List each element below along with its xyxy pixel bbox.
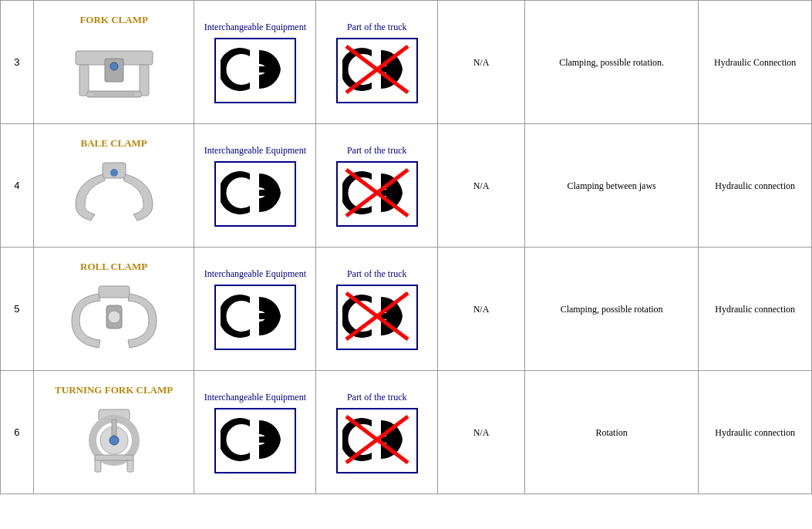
fork-clamp-image bbox=[68, 35, 160, 105]
ce-label-cell-4-2: Part of the truck bbox=[316, 124, 438, 248]
equipment-cell-roll-clamp: ROLL CLAMP bbox=[33, 248, 194, 371]
table-row-fork-clamp: 3 FORK CLAMP Interchangeable Equipment bbox=[1, 1, 812, 124]
table-row-bale-clamp: 4 BALE CLAMP Interchangeable Equipment bbox=[1, 124, 812, 248]
ce-label-cell-6-1: Interchangeable Equipment bbox=[194, 371, 316, 494]
svg-point-32 bbox=[110, 436, 119, 445]
equipment-cell-bale-clamp: BALE CLAMP bbox=[33, 124, 194, 248]
na-cell-4: N/A bbox=[438, 124, 525, 248]
roll-clamp-image bbox=[68, 282, 160, 352]
row-number-3: 3 bbox=[1, 1, 34, 124]
ce-text-3-1: Interchangeable Equipment bbox=[197, 22, 312, 33]
na-cell-5: N/A bbox=[438, 248, 525, 371]
ce-label-cell-5-1: Interchangeable Equipment bbox=[194, 248, 316, 371]
ce-text-4-1: Interchangeable Equipment bbox=[197, 145, 312, 157]
ce-text-6-2: Part of the truck bbox=[319, 392, 434, 403]
svg-rect-14 bbox=[259, 190, 275, 196]
description-cell-3: Clamping, possible rotation. bbox=[524, 1, 699, 124]
ce-label-cell-5-2: Part of the truck bbox=[316, 248, 438, 371]
description-cell-6: Rotation bbox=[524, 371, 699, 494]
equipment-name-bale-clamp: BALE CLAMP bbox=[37, 137, 191, 150]
na-cell-3: N/A bbox=[438, 1, 525, 124]
ce-label-cell-3-2: Part of the truck bbox=[316, 1, 438, 124]
connection-cell-3: Hydraulic Connection bbox=[699, 1, 812, 124]
equipment-name-roll-clamp: ROLL CLAMP bbox=[37, 261, 191, 273]
ce-text-5-1: Interchangeable Equipment bbox=[197, 268, 312, 280]
svg-point-20 bbox=[108, 311, 120, 323]
table-row-roll-clamp: 5 ROLL CLAMP Interchangeable Equipment bbox=[1, 248, 812, 371]
connection-cell-6: Hydraulic connection bbox=[699, 371, 812, 494]
svg-rect-21 bbox=[259, 313, 275, 319]
svg-point-13 bbox=[110, 169, 118, 177]
ce-label-cell-6-2: Part of the truck bbox=[316, 371, 438, 494]
svg-rect-33 bbox=[259, 436, 275, 443]
svg-rect-34 bbox=[381, 436, 396, 443]
svg-rect-9 bbox=[381, 66, 396, 72]
svg-rect-8 bbox=[259, 66, 275, 72]
ce-crossed-5-2 bbox=[336, 285, 418, 350]
equipment-name-fork-clamp: FORK CLAMP bbox=[37, 14, 191, 26]
equipment-cell-fork-clamp: FORK CLAMP bbox=[33, 1, 194, 124]
svg-rect-31 bbox=[95, 455, 133, 460]
svg-rect-3 bbox=[87, 91, 141, 97]
ce-text-3-2: Part of the truck bbox=[319, 22, 434, 33]
svg-rect-28 bbox=[112, 419, 116, 435]
equipment-cell-turning-fork-clamp: TURNING FORK CLAMP bbox=[33, 371, 194, 494]
svg-rect-22 bbox=[381, 313, 396, 319]
row-number-6: 6 bbox=[1, 371, 34, 494]
ce-text-5-2: Part of the truck bbox=[319, 268, 434, 280]
svg-rect-7 bbox=[135, 93, 141, 96]
svg-rect-2 bbox=[140, 65, 149, 96]
svg-point-5 bbox=[110, 62, 118, 70]
row-number-5: 5 bbox=[1, 248, 34, 371]
ce-mark-3-1 bbox=[214, 38, 296, 103]
ce-crossed-6-2 bbox=[336, 408, 418, 473]
row-number-4: 4 bbox=[1, 124, 34, 248]
svg-rect-1 bbox=[79, 65, 89, 96]
ce-label-cell-3-1: Interchangeable Equipment bbox=[194, 1, 316, 124]
na-cell-6: N/A bbox=[438, 371, 525, 494]
bale-clamp-image bbox=[68, 159, 160, 228]
connection-cell-5: Hydraulic connection bbox=[699, 248, 812, 371]
ce-text-4-2: Part of the truck bbox=[319, 145, 434, 157]
equipment-name-turning-fork-clamp: TURNING FORK CLAMP bbox=[37, 384, 191, 396]
table-row-turning-fork-clamp: 6 TURNING FORK CLAMP Interch bbox=[1, 371, 812, 494]
ce-mark-5-1 bbox=[214, 285, 296, 350]
ce-label-cell-4-1: Interchangeable Equipment bbox=[194, 124, 316, 248]
ce-crossed-4-2 bbox=[336, 161, 418, 227]
connection-cell-4: Hydraulic connection bbox=[699, 124, 812, 248]
ce-crossed-3-2 bbox=[336, 38, 418, 103]
svg-rect-6 bbox=[87, 93, 93, 96]
description-cell-4: Clamping between jaws bbox=[524, 124, 699, 248]
ce-mark-4-1 bbox=[214, 161, 296, 227]
ce-mark-6-1 bbox=[214, 408, 296, 473]
svg-rect-15 bbox=[381, 190, 396, 196]
ce-text-6-1: Interchangeable Equipment bbox=[197, 392, 312, 403]
description-cell-5: Clamping, possible rotation bbox=[524, 248, 699, 371]
turning-fork-clamp-image bbox=[68, 406, 160, 475]
svg-rect-18 bbox=[99, 286, 130, 298]
